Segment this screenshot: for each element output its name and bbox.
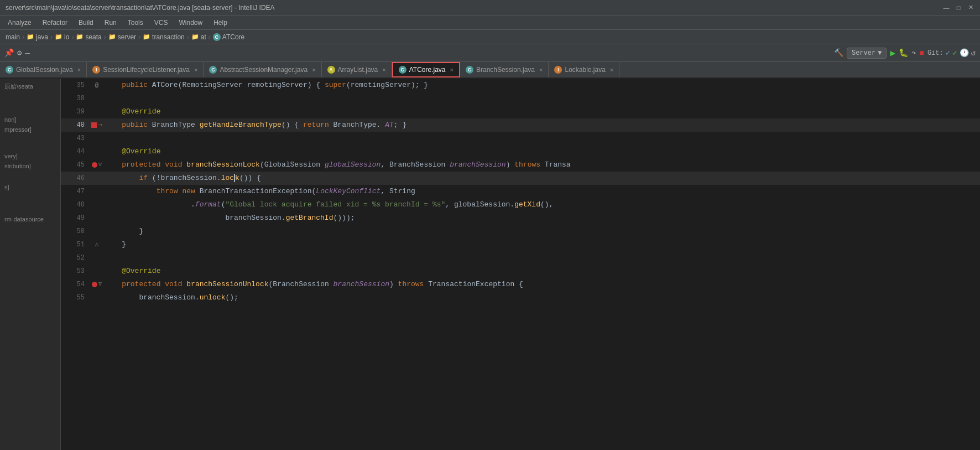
line-num-43: 43 — [61, 132, 91, 145]
git-refresh-icon[interactable]: ↺ — [971, 48, 976, 58]
toolbar-hammer-icon[interactable]: 🔨 — [834, 48, 843, 58]
breadcrumb-sep-2: › — [50, 33, 53, 41]
minimize-button[interactable]: — — [942, 4, 950, 12]
fold-45[interactable]: ▽ — [98, 158, 102, 172]
git-checkmark-blue[interactable]: ✓ — [946, 48, 950, 58]
code-line-46: 46 if (!branchSession.lock()) { — [61, 172, 980, 185]
tab-arraylist[interactable]: A ArrayList.java × — [322, 62, 392, 77]
code-line-43: 43 — [61, 132, 980, 145]
sidebar-item-s: s] — [0, 182, 60, 192]
class-icon-atcore: C — [213, 33, 221, 41]
tab-icon-global-session: C — [6, 66, 13, 74]
breakpoint-54 — [92, 282, 97, 287]
line-num-40: 40 — [61, 118, 91, 132]
tab-label-global-session: GlobalSession.java — [16, 66, 73, 74]
tab-atcore[interactable]: C ATCore.java × — [392, 62, 460, 77]
breadcrumb-seata[interactable]: 📁 seata — [76, 33, 101, 41]
tab-abstract-session[interactable]: C AbstractSessionManager.java × — [204, 62, 321, 77]
folder-icon-at: 📁 — [191, 33, 199, 40]
line-content-39: @Override — [102, 105, 980, 118]
menu-tools[interactable]: Tools — [123, 18, 148, 28]
tab-branch-session[interactable]: C BranchSession.java × — [460, 62, 549, 77]
window-title: server\src\main\java\io\seata\server\tra… — [6, 4, 942, 12]
line-num-35: 35 — [61, 79, 91, 92]
tab-close-lockable[interactable]: × — [610, 66, 613, 73]
tab-close-abstract-session[interactable]: × — [312, 66, 315, 73]
menu-run[interactable]: Run — [100, 18, 121, 28]
fold-54[interactable]: ▽ — [98, 278, 102, 291]
menu-analyze[interactable]: Analyze — [3, 18, 36, 28]
breadcrumb-sep-5: › — [138, 33, 140, 41]
fold-51[interactable]: △ — [95, 238, 98, 251]
line-content-40: public BranchType getHandleBranchType() … — [102, 118, 980, 132]
tab-close-arraylist[interactable]: × — [382, 66, 385, 73]
gutter-51: △ — [91, 238, 102, 251]
menu-build[interactable]: Build — [74, 18, 98, 28]
git-checkmark-green[interactable]: ✓ — [952, 48, 957, 58]
menu-window[interactable]: Window — [174, 18, 207, 28]
tab-close-global-session[interactable]: × — [77, 66, 81, 73]
server-dropdown[interactable]: Server ▼ — [847, 48, 887, 59]
gutter-40: → — [91, 118, 102, 132]
editor[interactable]: 35 @ public ATCore(RemotingServer remoti… — [61, 79, 980, 450]
run-button[interactable]: ▶ — [890, 48, 895, 59]
tab-icon-abstract-session: C — [209, 66, 217, 74]
tab-session-lifecycle[interactable]: I SessionLifecycleListener.java × — [87, 62, 204, 77]
breadcrumb-sep-3: › — [71, 33, 74, 41]
breadcrumb-main[interactable]: main — [6, 33, 20, 41]
git-label: Git: — [927, 49, 943, 57]
line-content-55: branchSession.unlock(); — [102, 291, 980, 304]
debug-button[interactable]: 🐛 — [899, 48, 908, 58]
sidebar-item-original: 原始\seata — [0, 81, 60, 92]
breadcrumb-java[interactable]: 📁 java — [27, 33, 48, 41]
close-button[interactable]: ✕ — [967, 4, 974, 12]
tab-close-atcore[interactable]: × — [450, 66, 453, 73]
breadcrumb-server-label: server — [118, 33, 136, 41]
line-num-52: 52 — [61, 251, 91, 265]
toolbar-settings-icon[interactable]: ⚙ — [17, 48, 22, 58]
breadcrumb-bar: main › 📁 java › 📁 io › 📁 seata › 📁 serve… — [0, 30, 980, 44]
sidebar-item-stribution: stribution] — [0, 161, 60, 171]
line-num-55: 55 — [61, 291, 91, 304]
tab-global-session[interactable]: C GlobalSession.java × — [0, 62, 87, 77]
sidebar-item-very: very] — [0, 151, 60, 161]
tab-icon-session-lifecycle: I — [92, 66, 100, 74]
breadcrumb-server[interactable]: 📁 server — [108, 33, 136, 41]
breadcrumb-sep-4: › — [104, 33, 106, 41]
folder-icon-transaction: 📁 — [143, 33, 150, 40]
menu-vcs[interactable]: VCS — [150, 18, 173, 28]
tab-lockable[interactable]: I Lockable.java × — [549, 62, 619, 77]
breadcrumb-io[interactable]: 📁 io — [55, 33, 69, 41]
toolbar: 📌 ⚙ — 🔨 Server ▼ ▶ 🐛 ↷ ■ Git: ✓ ✓ 🕐 ↺ — [0, 44, 980, 62]
gutter-45: ▽ — [91, 158, 102, 172]
toolbar-minus-icon[interactable]: — — [25, 49, 29, 58]
tab-label-abstract-session: AbstractSessionManager.java — [220, 66, 307, 74]
breadcrumb-seata-label: seata — [85, 33, 101, 41]
line-content-46: if (!branchSession.lock()) { — [102, 172, 980, 185]
folder-icon-java: 📁 — [27, 33, 34, 40]
gutter-35: @ — [91, 79, 102, 92]
breadcrumb-atcore[interactable]: C ATCore — [213, 33, 244, 41]
tab-close-branch-session[interactable]: × — [539, 66, 543, 73]
breadcrumb-at[interactable]: 📁 at — [191, 33, 206, 41]
breadcrumb-transaction[interactable]: 📁 transaction — [143, 33, 185, 41]
line-content-53: @Override — [102, 265, 980, 278]
stop-button[interactable]: ■ — [919, 49, 924, 58]
menu-help[interactable]: Help — [209, 18, 232, 28]
code-area[interactable]: 35 @ public ATCore(RemotingServer remoti… — [61, 79, 980, 450]
tab-close-session-lifecycle[interactable]: × — [194, 66, 197, 73]
toolbar-pin-icon[interactable]: 📌 — [4, 48, 14, 58]
line-num-49: 49 — [61, 211, 91, 225]
server-dropdown-arrow: ▼ — [878, 49, 882, 57]
breadcrumb-sep-6: › — [187, 33, 189, 41]
line-num-45: 45 — [61, 158, 91, 172]
line-num-39: 39 — [61, 105, 91, 118]
code-line-38: 38 — [61, 92, 980, 105]
maximize-button[interactable]: □ — [955, 4, 962, 12]
tab-icon-arraylist: A — [327, 66, 335, 74]
tab-icon-atcore: C — [399, 66, 406, 74]
git-clock-icon[interactable]: 🕐 — [960, 48, 969, 58]
step-over-button[interactable]: ↷ — [911, 48, 916, 58]
menu-refactor[interactable]: Refactor — [38, 18, 72, 28]
line-num-44: 44 — [61, 145, 91, 158]
